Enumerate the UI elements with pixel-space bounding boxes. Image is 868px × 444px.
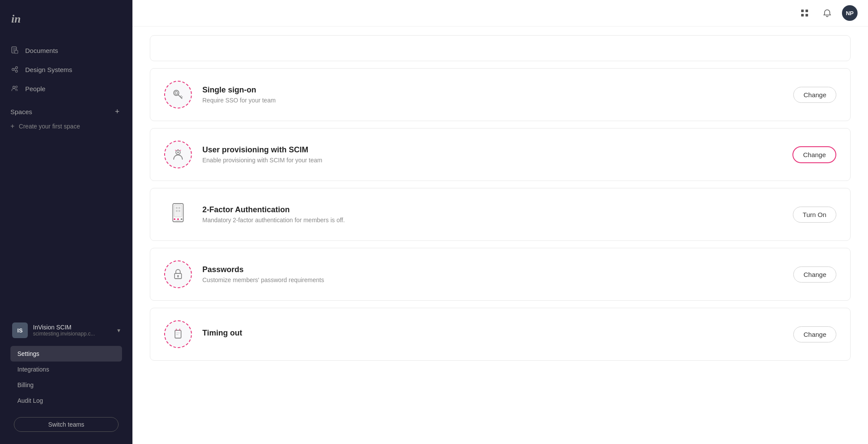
app-logo[interactable]: in xyxy=(0,0,132,36)
svg-point-32 xyxy=(177,275,179,277)
scim-change-button[interactable]: Change xyxy=(792,146,836,163)
sidebar-item-design-systems-label: Design Systems xyxy=(25,66,72,73)
user-avatar[interactable]: NP xyxy=(842,5,858,21)
svg-rect-11 xyxy=(805,10,808,12)
timing-content: Timing out xyxy=(202,329,783,340)
sso-action: Change xyxy=(793,87,836,103)
sso-icon xyxy=(164,81,192,109)
create-first-space-link[interactable]: + Create your first space xyxy=(10,121,122,132)
svg-point-9 xyxy=(16,86,17,88)
spaces-header: Spaces + xyxy=(10,107,122,116)
svg-rect-30 xyxy=(178,210,180,212)
sidebar-menu-billing[interactable]: Billing xyxy=(10,377,122,393)
sso-content: Single sign-on Require SSO for your team xyxy=(202,86,783,104)
team-selector[interactable]: IS InVision SCIM scimtesting.invisionapp… xyxy=(7,318,125,342)
svg-line-20 xyxy=(175,150,176,151)
twofa-turnon-button[interactable]: Turn On xyxy=(793,207,836,223)
svg-point-15 xyxy=(175,92,178,94)
svg-point-5 xyxy=(16,70,18,72)
chevron-down-icon: ▾ xyxy=(117,327,120,334)
sidebar-menu-settings[interactable]: Settings xyxy=(10,346,122,362)
passwords-title: Passwords xyxy=(202,265,783,274)
svg-point-17 xyxy=(177,151,179,153)
sidebar-bottom: IS InVision SCIM scimtesting.invisionapp… xyxy=(0,311,132,444)
svg-point-25 xyxy=(181,218,182,220)
sidebar-item-design-systems[interactable]: Design Systems xyxy=(0,60,132,79)
scim-card: User provisioning with SCIM Enable provi… xyxy=(150,128,851,181)
main-content: NP Single sign-on Req xyxy=(132,0,868,444)
passwords-action: Change xyxy=(793,266,836,283)
timing-icon xyxy=(164,320,192,348)
timing-change-button[interactable]: Change xyxy=(793,326,836,342)
twofa-description: Mandatory 2-factor authentication for me… xyxy=(202,217,782,224)
passwords-content: Passwords Customize members' password re… xyxy=(202,265,783,283)
scim-icon xyxy=(164,141,192,168)
add-space-button[interactable]: + xyxy=(112,107,122,116)
svg-rect-27 xyxy=(176,207,178,209)
passwords-change-button[interactable]: Change xyxy=(793,266,836,283)
twofa-title: 2-Factor Authentication xyxy=(202,205,782,214)
svg-point-4 xyxy=(16,67,18,69)
svg-line-7 xyxy=(14,70,16,71)
svg-text:in: in xyxy=(11,13,21,25)
timing-card: Timing out Change xyxy=(150,308,851,361)
svg-rect-10 xyxy=(801,10,804,12)
document-icon xyxy=(10,46,19,55)
switch-teams-button[interactable]: Switch teams xyxy=(14,417,119,432)
create-first-space-label: Create your first space xyxy=(19,123,80,130)
sidebar-item-people[interactable]: People xyxy=(0,79,132,98)
twofa-content: 2-Factor Authentication Mandatory 2-fact… xyxy=(202,205,782,224)
design-systems-icon xyxy=(10,65,19,74)
content-area: Single sign-on Require SSO for your team… xyxy=(132,26,868,444)
svg-rect-34 xyxy=(175,330,181,338)
sidebar-menu-audit-log[interactable]: Audit Log xyxy=(10,393,122,408)
scim-description: Enable provisioning with SCIM for your t… xyxy=(202,157,782,164)
twofa-action: Turn On xyxy=(793,207,836,223)
top-partial-card xyxy=(150,35,851,61)
svg-rect-12 xyxy=(801,14,804,16)
topbar: NP xyxy=(132,0,868,26)
passwords-icon xyxy=(164,260,192,288)
timing-title: Timing out xyxy=(202,329,783,338)
sidebar: in Documents xyxy=(0,0,132,444)
sidebar-item-people-label: People xyxy=(25,85,46,92)
sidebar-nav: Documents Design Systems xyxy=(0,36,132,311)
svg-rect-2 xyxy=(15,50,18,53)
svg-point-8 xyxy=(13,86,15,89)
sidebar-item-documents[interactable]: Documents xyxy=(0,41,132,60)
sso-title: Single sign-on xyxy=(202,86,783,95)
scim-title: User provisioning with SCIM xyxy=(202,145,782,155)
bell-icon-button[interactable] xyxy=(819,5,835,21)
svg-point-24 xyxy=(177,218,179,220)
svg-rect-29 xyxy=(176,210,178,212)
plus-icon: + xyxy=(10,122,14,130)
grid-icon-button[interactable] xyxy=(797,5,812,21)
svg-rect-26 xyxy=(175,220,181,221)
spaces-section: Spaces + + Create your first space xyxy=(0,98,132,135)
sidebar-item-documents-label: Documents xyxy=(25,47,58,54)
team-avatar: IS xyxy=(12,322,28,338)
scim-content: User provisioning with SCIM Enable provi… xyxy=(202,145,782,164)
settings-menu: Settings Integrations Billing Audit Log xyxy=(7,342,125,415)
passwords-card: Passwords Customize members' password re… xyxy=(150,248,851,301)
twofa-icon xyxy=(164,201,192,228)
svg-rect-22 xyxy=(174,205,182,217)
passwords-description: Customize members' password requirements xyxy=(202,276,783,283)
timing-action: Change xyxy=(793,326,836,342)
sso-card: Single sign-on Require SSO for your team… xyxy=(150,68,851,121)
people-icon xyxy=(10,84,19,93)
scim-action: Change xyxy=(792,146,836,163)
svg-line-6 xyxy=(14,68,16,69)
sso-change-button[interactable]: Change xyxy=(793,87,836,103)
spaces-label: Spaces xyxy=(10,108,32,115)
sidebar-menu-integrations[interactable]: Integrations xyxy=(10,362,122,377)
sso-description: Require SSO for your team xyxy=(202,97,783,104)
svg-line-19 xyxy=(180,150,181,151)
team-url: scimtesting.invisionapp.c... xyxy=(33,331,112,337)
svg-point-23 xyxy=(174,218,175,220)
twofa-card: 2-Factor Authentication Mandatory 2-fact… xyxy=(150,188,851,241)
svg-rect-13 xyxy=(805,14,808,16)
team-name: InVision SCIM xyxy=(33,324,112,331)
team-info: InVision SCIM scimtesting.invisionapp.c.… xyxy=(33,324,112,337)
svg-rect-28 xyxy=(178,207,180,209)
